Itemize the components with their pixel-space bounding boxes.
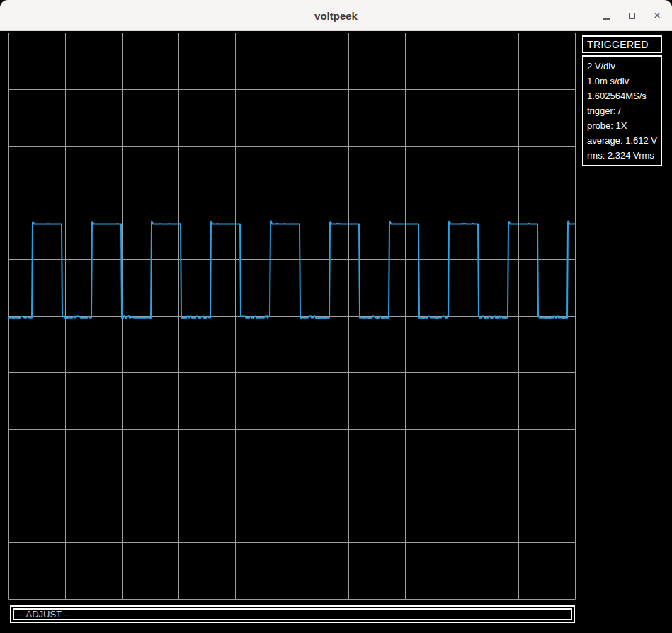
minimize-icon xyxy=(603,18,610,20)
reading-volts-per-div: 2 V/div xyxy=(587,59,659,74)
command-input[interactable]: -- ADJUST -- xyxy=(13,608,572,620)
maximize-icon xyxy=(629,13,635,19)
readings-list: 2 V/div 1.0m s/div 1.602564MS/s trigger:… xyxy=(582,55,662,166)
reading-time-per-div: 1.0m s/div xyxy=(587,74,659,89)
close-icon: × xyxy=(654,9,661,22)
minimize-button[interactable] xyxy=(600,9,613,22)
maximize-button[interactable] xyxy=(625,9,638,22)
command-text: -- ADJUST -- xyxy=(18,609,70,620)
reading-average: average: 1.612 V xyxy=(587,133,659,148)
reading-sample-rate: 1.602564MS/s xyxy=(587,89,659,103)
readings-panel: TRIGGERED 2 V/div 1.0m s/div 1.602564MS/… xyxy=(582,35,662,166)
window-title: voltpeek xyxy=(314,10,358,22)
close-button[interactable]: × xyxy=(651,9,664,22)
titlebar: voltpeek × xyxy=(0,0,672,31)
reading-rms: rms: 2.324 Vrms xyxy=(587,148,659,163)
trigger-status-text: TRIGGERED xyxy=(587,39,649,50)
window-controls: × xyxy=(600,0,664,31)
oscilloscope-display xyxy=(8,33,576,600)
reading-trigger-slope: trigger: / xyxy=(587,103,659,118)
reading-probe: probe: 1X xyxy=(587,118,659,133)
trigger-status-badge: TRIGGERED xyxy=(582,35,662,53)
command-bar: -- ADJUST -- xyxy=(10,605,575,623)
